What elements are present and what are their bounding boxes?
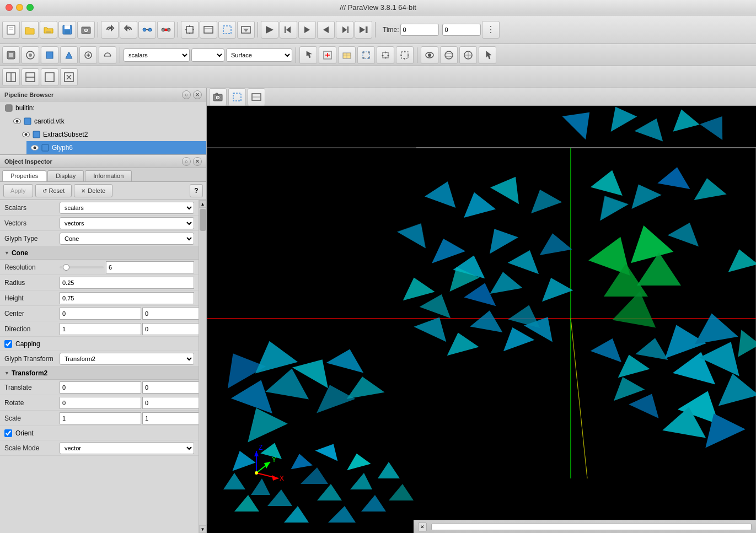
center-x[interactable]: 0 <box>60 308 141 320</box>
select-cells-btn[interactable] <box>338 46 356 64</box>
direction-x[interactable]: 1 <box>60 323 141 335</box>
surface-select[interactable]: Surface <box>226 49 292 62</box>
open-button[interactable] <box>21 21 39 39</box>
tab-properties[interactable]: Properties <box>2 170 46 181</box>
inspector-close-btn[interactable]: ✕ <box>193 157 202 166</box>
last-frame-button[interactable] <box>355 21 372 39</box>
cursor-btn[interactable] <box>479 46 496 64</box>
time-end-input[interactable] <box>442 24 481 36</box>
minimize-button[interactable] <box>16 4 23 11</box>
zoom-button[interactable] <box>200 21 217 39</box>
apply-button[interactable]: Apply <box>3 184 33 197</box>
save-button[interactable] <box>58 21 76 39</box>
filter-btn-2[interactable] <box>22 46 39 64</box>
direction-y[interactable]: 0 <box>142 323 199 335</box>
reset-button[interactable]: ↺ Reset <box>35 184 72 197</box>
next-frame-button[interactable] <box>336 21 353 39</box>
capping-checkbox[interactable] <box>4 340 12 348</box>
viewport[interactable]: Z Y X ✕ <box>207 88 756 533</box>
radius-input[interactable]: 0.25 <box>60 277 194 289</box>
reset-camera-button[interactable] <box>181 21 199 39</box>
inspector-restore-btn[interactable]: ○ <box>182 157 191 166</box>
window-controls[interactable] <box>6 4 34 11</box>
orient-checkbox[interactable] <box>4 429 12 437</box>
filter-btn-1[interactable] <box>2 46 20 64</box>
cone-section[interactable]: ▼ Cone <box>0 246 199 260</box>
select-pts-btn[interactable] <box>357 46 375 64</box>
vp-select-btn[interactable] <box>228 88 246 106</box>
scalars-select-input[interactable]: scalars <box>60 202 194 214</box>
disconnect-button[interactable] <box>157 21 175 39</box>
scale-x[interactable]: 1 <box>60 412 141 424</box>
transform2-section[interactable]: ▼ Transform2 <box>0 367 199 380</box>
new-button[interactable] <box>2 21 20 39</box>
undo-button[interactable] <box>101 21 119 39</box>
play-all-button[interactable] <box>261 21 278 39</box>
filter-btn-3[interactable] <box>41 46 58 64</box>
eyeball-btn[interactable] <box>421 46 438 64</box>
render-area[interactable]: Z Y X <box>207 106 756 524</box>
select-surface-btn[interactable] <box>319 46 336 64</box>
open-recent-button[interactable] <box>40 21 57 39</box>
properties-form: Scalars scalars Vectors vectors <box>0 200 199 533</box>
filter-btn-5[interactable] <box>79 46 97 64</box>
pipeline-item-extractsubset[interactable]: ExtractSubset2 <box>18 128 206 141</box>
play-button[interactable] <box>298 21 316 39</box>
prev-frame-button[interactable] <box>280 21 297 39</box>
pipeline-item-glyph6[interactable]: Glyph6 <box>26 141 206 154</box>
scroll-down[interactable]: ▼ <box>199 525 207 533</box>
pipeline-item-carotid[interactable]: carotid.vtk <box>9 115 206 128</box>
transform-select-btn[interactable] <box>396 46 414 64</box>
maximize-button[interactable] <box>26 4 34 11</box>
translate-x[interactable]: 0 <box>60 381 141 394</box>
center-y[interactable]: 0 <box>142 308 199 320</box>
select-button[interactable] <box>218 21 236 39</box>
status-close-btn[interactable]: ✕ <box>418 523 427 531</box>
scale-y[interactable]: 1 <box>142 412 199 424</box>
rubber-band-button[interactable] <box>237 21 255 39</box>
split-v-btn[interactable] <box>22 68 39 86</box>
close-button[interactable] <box>6 4 13 11</box>
colormap-select[interactable] <box>191 49 224 62</box>
connect-button[interactable] <box>138 21 156 39</box>
glyph-transform-select[interactable]: Transform2 <box>60 353 194 365</box>
pipeline-item-builtin[interactable]: builtin: <box>0 101 206 115</box>
glyph6-eye[interactable] <box>31 145 39 150</box>
scalars-select[interactable]: scalars <box>124 49 190 62</box>
interact-btn[interactable] <box>299 46 317 64</box>
filter-btn-6[interactable] <box>99 46 116 64</box>
vp-zoom-btn[interactable] <box>248 88 265 106</box>
time-input[interactable] <box>400 24 439 36</box>
extract-eye[interactable] <box>22 132 30 137</box>
split-h-btn[interactable] <box>2 68 20 86</box>
carotid-eye[interactable] <box>13 119 21 124</box>
vectors-select-input[interactable]: vectors <box>60 217 194 229</box>
filter-btn-4[interactable] <box>60 46 78 64</box>
center-axes-btn[interactable] <box>459 46 477 64</box>
save-screenshot-button[interactable] <box>77 21 95 39</box>
properties-scrollbar[interactable]: ▲ ▼ <box>199 200 206 533</box>
tab-information[interactable]: Information <box>85 170 132 181</box>
scroll-up[interactable]: ▲ <box>199 200 207 208</box>
rotate-y[interactable]: 0 <box>142 397 199 409</box>
scroll-thumb[interactable] <box>200 209 206 231</box>
rotate-x[interactable]: 0 <box>60 397 141 409</box>
pipeline-restore-btn[interactable]: ○ <box>182 90 191 99</box>
play-rev-button[interactable] <box>317 21 335 39</box>
tab-display[interactable]: Display <box>47 170 84 181</box>
pipeline-close-btn[interactable]: ✕ <box>193 90 202 99</box>
vp-camera-btn[interactable] <box>209 88 227 106</box>
help-button[interactable]: ? <box>190 184 203 197</box>
resolution-input[interactable]: 6 <box>106 261 194 273</box>
orient-axes-btn[interactable] <box>440 46 458 64</box>
maximize-view-btn[interactable] <box>41 68 58 86</box>
height-input[interactable]: 0.75 <box>60 292 194 304</box>
redo-button[interactable] <box>120 21 137 39</box>
move-select-btn[interactable] <box>377 46 394 64</box>
close-view-btn[interactable] <box>60 68 78 86</box>
delete-button[interactable]: ✕ Delete <box>74 184 112 197</box>
translate-y[interactable]: 0 <box>142 381 199 394</box>
scale-mode-select[interactable]: vector <box>60 442 194 454</box>
glyph-type-select[interactable]: Cone <box>60 233 194 245</box>
time-stepper[interactable]: ⋮ <box>482 21 500 39</box>
